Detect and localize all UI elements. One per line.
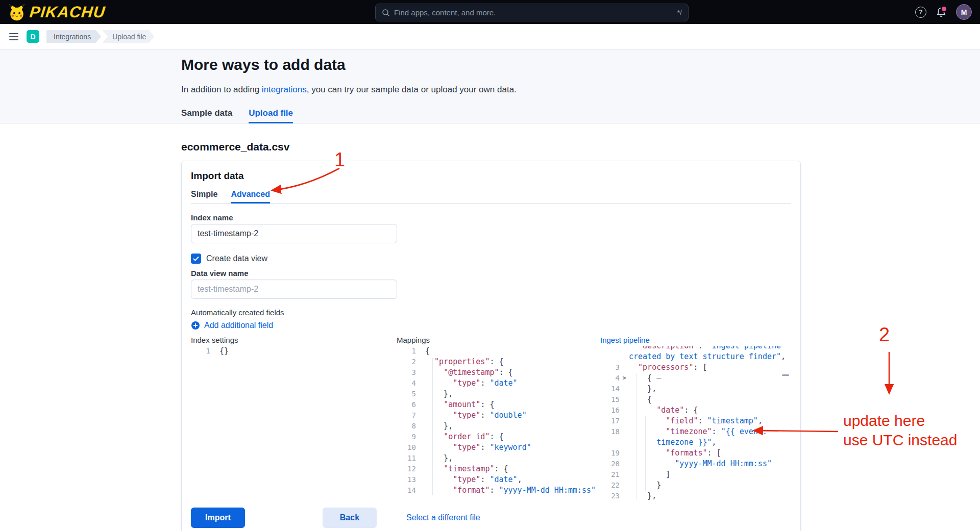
index-name-label: Index name: [191, 214, 791, 222]
top-header-bar: PIKACHU Find apps, content, and more. */…: [0, 0, 980, 24]
help-icon[interactable]: ?: [915, 7, 926, 18]
app-logo[interactable]: PIKACHU: [8, 4, 105, 21]
search-placeholder: Find apps, content, and more.: [394, 8, 673, 17]
avatar-initial: M: [961, 8, 967, 16]
global-search-input[interactable]: Find apps, content, and more. */: [375, 4, 689, 21]
editors-section: Index settings 1{} Mappings 1{2 "propert…: [191, 335, 791, 501]
add-additional-field-button[interactable]: Add additional field: [191, 320, 791, 330]
fold-toggle-icon[interactable]: >: [620, 373, 629, 384]
page: PIKACHU Find apps, content, and more. */…: [0, 0, 980, 531]
indent-guide: [432, 358, 433, 495]
index-settings-label: Index settings: [191, 335, 397, 345]
main-tabs: Sample data Upload file: [181, 108, 980, 123]
header-actions: ? M: [915, 4, 972, 20]
breadcrumb-integrations[interactable]: Integrations: [46, 30, 101, 43]
main-content: ecommerce_data.csv Import data Simple Ad…: [0, 140, 980, 531]
indent-guide: [645, 416, 646, 491]
page-intro: In addition to adding integrations, you …: [181, 84, 980, 95]
breadcrumb-bar: D Integrations Upload file: [0, 24, 980, 49]
back-button[interactable]: Back: [323, 508, 377, 528]
auto-created-fields-label: Automatically created fields: [191, 309, 791, 317]
index-name-input[interactable]: [191, 224, 397, 243]
space-initial: D: [30, 33, 35, 41]
add-additional-field-label: Add additional field: [204, 321, 273, 330]
data-view-name-input[interactable]: [191, 280, 397, 299]
import-button[interactable]: Import: [191, 508, 245, 528]
notifications-button[interactable]: [937, 7, 946, 17]
user-avatar[interactable]: M: [956, 4, 972, 20]
breadcrumb: Integrations Upload file: [46, 30, 154, 43]
tab-sample-data[interactable]: Sample data: [181, 108, 232, 123]
tab-simple[interactable]: Simple: [191, 189, 217, 203]
index-settings-column: Index settings 1{}: [191, 335, 397, 501]
panel-actions: Import Back Select a different file: [191, 508, 791, 528]
editor-scrollbar-thumb[interactable]: [782, 374, 789, 376]
breadcrumb-upload-file[interactable]: Upload file: [102, 30, 154, 43]
ingest-pipeline-editor[interactable]: "description": "Ingest pipelinecreated b…: [600, 346, 790, 501]
mappings-editor[interactable]: 1{2 "properties": {3 "@timestamp": {4 "t…: [397, 346, 600, 496]
create-data-view-label: Create data view: [206, 254, 267, 263]
plus-in-circle-icon: [191, 321, 200, 330]
search-icon: [382, 9, 390, 17]
import-data-panel: Import data Simple Advanced Index name C…: [181, 161, 801, 531]
panel-title: Import data: [191, 170, 791, 182]
file-title: ecommerce_data.csv: [181, 140, 980, 154]
mappings-label: Mappings: [397, 335, 600, 345]
mappings-column: Mappings 1{2 "properties": {3 "@timestam…: [397, 335, 600, 501]
check-icon: [193, 256, 199, 261]
pikachu-logo-icon: [8, 4, 26, 21]
page-header-section: More ways to add data In addition to add…: [0, 49, 980, 123]
menu-icon[interactable]: [8, 31, 19, 42]
space-avatar[interactable]: D: [27, 30, 39, 43]
indent-guide: [636, 373, 636, 499]
ingest-pipeline-column: Ingest pipeline "description": "Ingest p…: [600, 335, 790, 501]
page-title: More ways to add data: [181, 56, 980, 74]
integrations-link[interactable]: integrations: [262, 85, 307, 94]
import-mode-tabs: Simple Advanced: [191, 189, 791, 204]
tab-advanced[interactable]: Advanced: [231, 189, 270, 204]
create-data-view-checkbox[interactable]: [191, 254, 201, 264]
create-data-view-row[interactable]: Create data view: [191, 254, 791, 264]
index-settings-editor[interactable]: 1{}: [191, 346, 397, 496]
ingest-pipeline-link[interactable]: Ingest pipeline: [600, 335, 790, 345]
notification-dot: [941, 6, 947, 12]
app-logo-text: PIKACHU: [29, 4, 106, 20]
data-view-name-label: Data view name: [191, 269, 791, 277]
select-different-file-link[interactable]: Select a different file: [406, 513, 480, 522]
tab-upload-file[interactable]: Upload file: [249, 108, 293, 123]
search-shortcut-hint: */: [677, 9, 682, 17]
help-glyph: ?: [919, 9, 922, 16]
